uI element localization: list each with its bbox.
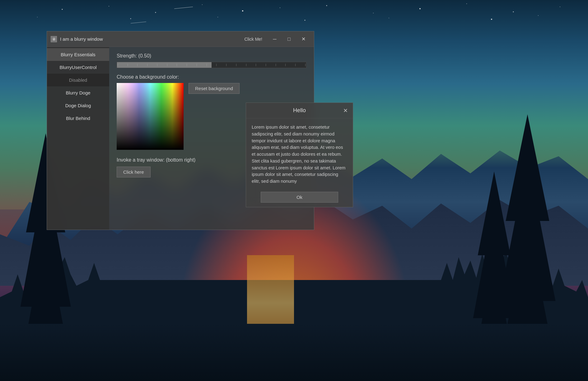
tick	[147, 64, 147, 66]
sidebar: Blurry Essentials BlurryUserControl Disa…	[47, 47, 109, 230]
color-gradient-svg	[117, 83, 184, 150]
tick	[236, 64, 236, 66]
tick	[226, 64, 226, 66]
sidebar-item-doge-dialog[interactable]: Doge Dialog	[47, 99, 109, 112]
tick	[137, 64, 138, 66]
color-picker-label: Choose a background color:	[117, 74, 306, 80]
color-canvas[interactable]	[117, 83, 184, 150]
sidebar-item-blur-behind[interactable]: Blur Behind	[47, 112, 109, 125]
strength-slider[interactable]	[117, 62, 306, 68]
tick	[266, 64, 266, 66]
tick	[207, 64, 207, 66]
color-buttons: Reset background	[189, 83, 240, 94]
tick	[285, 64, 286, 66]
maximize-button[interactable]: □	[282, 34, 296, 44]
tick	[157, 64, 157, 66]
click-me-button[interactable]: Click Me!	[242, 35, 265, 43]
tick	[167, 64, 167, 66]
tick	[295, 64, 296, 66]
sidebar-item-disabled: Disabled	[47, 74, 109, 86]
window-close-button[interactable]: ✕	[296, 34, 310, 44]
svg-rect-23	[117, 83, 184, 150]
tick	[177, 64, 177, 66]
dialog-ok-button[interactable]: Ok	[261, 192, 338, 203]
slider-container	[117, 62, 306, 68]
dialog-close-button[interactable]: ✕	[341, 106, 350, 115]
reset-background-button[interactable]: Reset background	[189, 83, 240, 94]
tick	[197, 64, 197, 66]
dialog-title-bar: Hello ✕	[246, 103, 353, 118]
window-icon: 🖥	[51, 36, 57, 42]
sidebar-item-blurry-essentials[interactable]: Blurry Essentials	[47, 48, 109, 61]
title-bar-controls: ─ □ ✕	[268, 34, 310, 44]
tick	[305, 64, 306, 66]
tick	[187, 64, 187, 66]
dialog-body: Lorem ipsum dolor sit amet, consetetur s…	[246, 118, 353, 189]
bg-ground	[0, 324, 588, 381]
click-here-button[interactable]: Click here	[117, 167, 151, 177]
strength-label: Strength: (0.50)	[117, 53, 306, 59]
title-bar: 🖥 I am a blurry window Click Me! ─ □ ✕	[47, 31, 314, 47]
tick	[246, 64, 246, 66]
minimize-button[interactable]: ─	[268, 34, 282, 44]
tick	[276, 64, 276, 66]
window-title: I am a blurry window	[60, 36, 239, 42]
dialog-body-text: Lorem ipsum dolor sit amet, consetetur s…	[252, 125, 345, 184]
tick	[216, 64, 217, 66]
tick	[256, 64, 256, 66]
sidebar-item-blurry-doge[interactable]: Blurry Doge	[47, 86, 109, 99]
tick	[128, 64, 128, 66]
sidebar-item-blurry-user-control[interactable]: BlurryUserControl	[47, 61, 109, 74]
tick	[118, 64, 118, 66]
dialog-title: Hello	[293, 107, 306, 114]
hello-dialog: Hello ✕ Lorem ipsum dolor sit amet, cons…	[246, 103, 353, 207]
dialog-footer: Ok	[246, 189, 353, 207]
slider-ticks	[117, 62, 306, 68]
